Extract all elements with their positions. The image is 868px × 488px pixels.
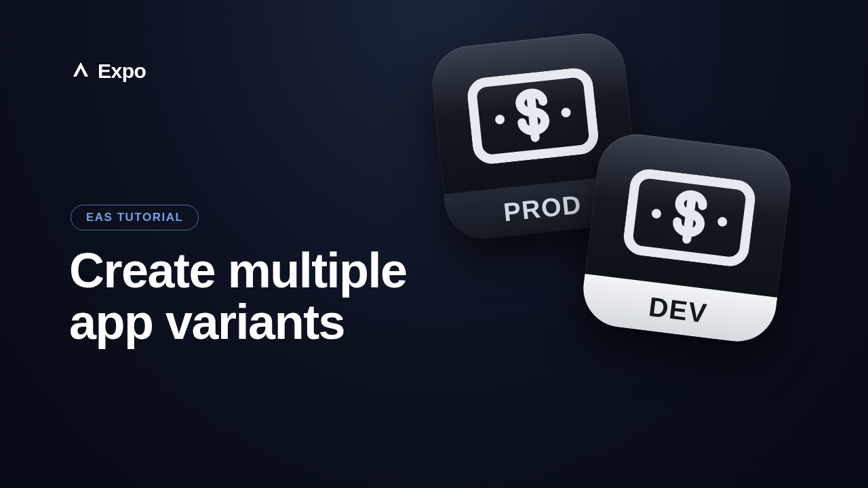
svg-point-2 <box>561 107 571 117</box>
headline-line-1: Create multiple <box>69 245 407 297</box>
app-icons-cluster: PROD DEV <box>438 39 791 365</box>
svg-point-5 <box>717 216 728 227</box>
svg-point-1 <box>494 115 505 125</box>
app-icon-dev: DEV <box>579 130 795 346</box>
svg-point-4 <box>651 208 662 219</box>
page-title: Create multiple app variants <box>69 245 407 348</box>
brand-name: Expo <box>98 60 146 83</box>
brand-logo: Expo <box>71 60 146 83</box>
dollar-bill-icon <box>585 130 795 298</box>
expo-chevron-icon <box>71 60 91 83</box>
headline-line-2: app variants <box>69 297 407 348</box>
category-badge: EAS TUTORIAL <box>71 205 199 230</box>
badge-label: EAS TUTORIAL <box>86 211 183 224</box>
